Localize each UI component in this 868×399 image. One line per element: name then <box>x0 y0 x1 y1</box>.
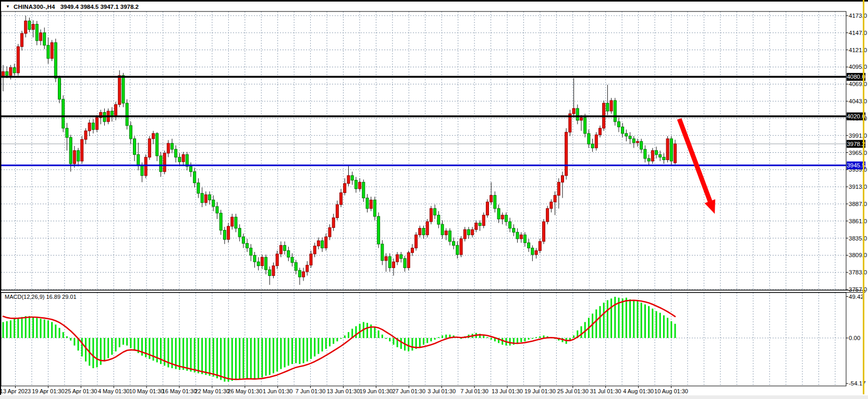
macd-bar <box>670 321 672 338</box>
time-axis-label: 13 Apr 2023 <box>0 388 31 394</box>
candle-down <box>456 245 459 255</box>
candle-down <box>47 45 50 58</box>
macd-bar <box>126 338 128 345</box>
trading-chart-window: ▼ CHINA300-,H4 3949.4 3984.5 3947.1 3978… <box>0 0 868 399</box>
candle-down <box>528 243 530 248</box>
candle-up <box>302 272 305 277</box>
candle-down <box>250 248 252 255</box>
candle-up <box>370 200 372 208</box>
candle-down <box>58 78 61 99</box>
price-chart-canvas[interactable]: 4173.04147.04121.04095.04069.04043.04017… <box>0 0 868 399</box>
macd-axis-label: 0.00 <box>849 335 860 341</box>
candle-down <box>377 216 380 244</box>
candle-up <box>84 131 87 139</box>
macd-bar <box>652 309 653 338</box>
macd-bar <box>130 338 131 348</box>
candle-down <box>625 134 628 136</box>
candle-down <box>284 245 286 250</box>
candle-down <box>381 244 384 261</box>
macd-bar <box>483 335 484 338</box>
macd-bar <box>258 338 259 378</box>
macd-bar <box>325 338 327 349</box>
macd-bar <box>190 338 192 371</box>
candle-down <box>373 200 376 216</box>
candle-down <box>606 103 609 111</box>
candle-down <box>178 157 181 162</box>
candle-down <box>453 241 455 246</box>
candle-down <box>640 141 643 149</box>
macd-bar <box>228 338 229 382</box>
candle-up <box>674 144 677 163</box>
macd-bar <box>216 338 218 378</box>
macd-bar <box>59 328 60 338</box>
candle-down <box>404 259 406 268</box>
macd-bar <box>344 335 346 338</box>
candle-down <box>663 157 665 160</box>
candle-down <box>186 154 188 166</box>
candle-up <box>317 241 320 246</box>
candle-up <box>430 209 432 222</box>
macd-bar <box>610 298 612 338</box>
macd-bar <box>194 338 195 372</box>
candle-up <box>21 33 23 46</box>
candle-down <box>175 149 177 157</box>
macd-bar <box>633 300 634 338</box>
candle-down <box>235 217 237 228</box>
macd-bar <box>430 338 432 341</box>
candle-up <box>340 192 343 204</box>
candle-up <box>88 123 91 131</box>
macd-bar <box>411 338 413 350</box>
macd-bar <box>595 309 597 338</box>
macd-bar <box>310 338 312 359</box>
macd-bar <box>123 338 124 345</box>
macd-bar <box>528 338 530 340</box>
macd-bar <box>104 338 105 361</box>
candle-up <box>325 237 327 248</box>
candle-down <box>576 108 579 120</box>
candle-down <box>35 24 38 41</box>
macd-bar <box>134 338 136 350</box>
macd-bar <box>261 338 263 378</box>
macd-bar <box>374 327 375 338</box>
time-axis-label: 4 May 01:30 <box>98 388 130 394</box>
candle-up <box>148 139 151 157</box>
main-chart-area[interactable] <box>1 11 846 290</box>
candle-up <box>9 68 12 76</box>
macd-bar <box>438 337 439 338</box>
candle-up <box>501 215 504 219</box>
candle-down <box>92 123 94 130</box>
candle-up <box>557 182 560 195</box>
macd-bar <box>336 338 338 341</box>
macd-bar <box>179 338 180 370</box>
candle-down <box>62 99 65 128</box>
macd-bar <box>659 313 661 338</box>
time-axis-label: 19 Jul 01:30 <box>524 388 556 394</box>
candle-up <box>490 196 493 202</box>
macd-bar <box>51 322 53 338</box>
time-axis[interactable]: 13 Apr 202319 Apr 01:3025 Apr 01:304 May… <box>0 386 688 394</box>
candle-down <box>77 151 80 161</box>
candle-up <box>347 176 350 184</box>
macd-bar <box>382 335 383 338</box>
candle-down <box>670 139 673 161</box>
macd-bar <box>74 338 75 345</box>
macd-bar <box>141 338 143 356</box>
candle-down <box>497 209 500 219</box>
candle-down <box>467 229 470 235</box>
macd-bar <box>532 338 533 339</box>
candle-up <box>40 33 42 41</box>
candle-up <box>666 139 669 160</box>
candle-up <box>392 262 395 268</box>
candle-up <box>17 46 19 72</box>
macd-bar <box>145 338 146 357</box>
candle-down <box>268 270 271 275</box>
candle-up <box>580 118 582 120</box>
macd-bar <box>153 338 154 360</box>
candle-down <box>265 257 267 270</box>
candle-up <box>144 157 147 175</box>
candle-down <box>617 122 620 127</box>
candle-up <box>610 101 613 111</box>
macd-bar <box>247 338 248 378</box>
macd-bar <box>675 324 676 338</box>
candle-down <box>66 128 68 138</box>
